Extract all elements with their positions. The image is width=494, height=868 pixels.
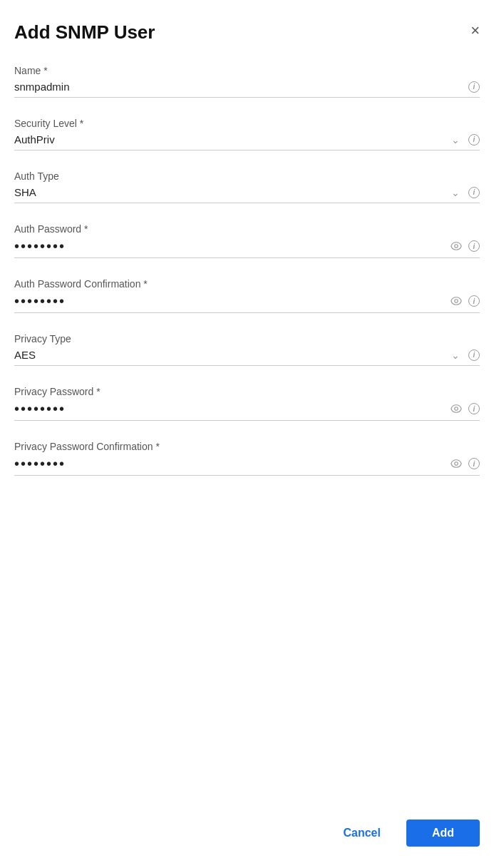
- name-input[interactable]: [14, 81, 463, 93]
- privacy-type-info-icon[interactable]: i: [468, 349, 480, 361]
- auth-type-chevron-icon: ⌄: [451, 187, 460, 198]
- eye-icon: [450, 295, 463, 307]
- security-level-info-icon[interactable]: i: [468, 134, 480, 145]
- cancel-button[interactable]: Cancel: [329, 820, 394, 847]
- security-level-icons: ⌄ i: [451, 134, 480, 145]
- form-body: Name * i Security Level * AuthPriv ⌄ i A…: [14, 65, 480, 784]
- privacy-password-confirm-icons: i: [450, 457, 480, 470]
- privacy-type-chevron-icon: ⌄: [451, 349, 460, 361]
- privacy-password-confirm-info-icon[interactable]: i: [468, 458, 480, 469]
- security-level-select-wrapper[interactable]: AuthPriv ⌄ i: [14, 133, 480, 150]
- auth-password-confirm-eye-button[interactable]: [450, 295, 463, 307]
- dialog-header: Add SNMP User ×: [14, 21, 480, 44]
- privacy-type-label: Privacy Type: [14, 333, 480, 344]
- svg-point-0: [455, 245, 458, 248]
- auth-password-input-wrapper: •••••••• i: [14, 239, 480, 258]
- privacy-password-info-icon[interactable]: i: [468, 403, 480, 414]
- eye-icon: [450, 457, 463, 470]
- security-level-value: AuthPriv: [14, 133, 446, 145]
- auth-type-value: SHA: [14, 186, 446, 198]
- auth-type-select-wrapper[interactable]: SHA ⌄ i: [14, 186, 480, 203]
- auth-password-confirm-input-wrapper: •••••••• i: [14, 294, 480, 313]
- auth-password-eye-button[interactable]: [450, 240, 463, 252]
- privacy-password-confirm-label: Privacy Password Confirmation *: [14, 441, 480, 452]
- privacy-type-icons: ⌄ i: [451, 349, 480, 361]
- privacy-type-select-wrapper[interactable]: AES ⌄ i: [14, 349, 480, 366]
- auth-password-icons: i: [450, 240, 480, 252]
- name-info-icon[interactable]: i: [468, 81, 480, 93]
- auth-type-info-icon[interactable]: i: [468, 187, 480, 198]
- name-field-group: Name * i: [14, 65, 480, 98]
- add-button[interactable]: Add: [406, 820, 480, 847]
- name-label: Name *: [14, 65, 480, 76]
- eye-icon: [450, 240, 463, 252]
- privacy-password-confirm-field-group: Privacy Password Confirmation * ••••••••…: [14, 441, 480, 476]
- auth-password-confirm-field-group: Auth Password Confirmation * •••••••• i: [14, 278, 480, 313]
- auth-password-dots: ••••••••: [14, 239, 444, 253]
- security-level-chevron-icon: ⌄: [451, 134, 460, 145]
- auth-password-info-icon[interactable]: i: [468, 240, 480, 252]
- privacy-password-input-wrapper: •••••••• i: [14, 402, 480, 421]
- privacy-password-label: Privacy Password *: [14, 386, 480, 397]
- privacy-password-confirm-dots: ••••••••: [14, 456, 444, 471]
- auth-password-confirm-label: Auth Password Confirmation *: [14, 278, 480, 290]
- auth-password-confirm-dots: ••••••••: [14, 294, 444, 308]
- name-input-wrapper: i: [14, 81, 480, 98]
- privacy-password-dots: ••••••••: [14, 402, 444, 416]
- add-snmp-user-dialog: Add SNMP User × Name * i Security Level …: [0, 0, 494, 868]
- dialog-title: Add SNMP User: [14, 21, 155, 44]
- svg-point-1: [455, 300, 458, 303]
- privacy-type-value: AES: [14, 349, 446, 361]
- privacy-password-confirm-eye-button[interactable]: [450, 457, 463, 470]
- auth-password-label: Auth Password *: [14, 223, 480, 235]
- eye-icon: [450, 402, 463, 415]
- security-level-label: Security Level *: [14, 118, 480, 129]
- privacy-password-eye-button[interactable]: [450, 402, 463, 415]
- name-field-icons: i: [468, 81, 480, 93]
- privacy-password-icons: i: [450, 402, 480, 415]
- auth-type-icons: ⌄ i: [451, 187, 480, 198]
- privacy-password-confirm-input-wrapper: •••••••• i: [14, 456, 480, 476]
- dialog-footer: Cancel Add: [14, 805, 480, 847]
- auth-password-field-group: Auth Password * •••••••• i: [14, 223, 480, 258]
- auth-password-confirm-icons: i: [450, 295, 480, 307]
- auth-type-label: Auth Type: [14, 170, 480, 182]
- close-button[interactable]: ×: [470, 23, 480, 39]
- privacy-type-field-group: Privacy Type AES ⌄ i: [14, 333, 480, 366]
- security-level-field-group: Security Level * AuthPriv ⌄ i: [14, 118, 480, 150]
- auth-type-field-group: Auth Type SHA ⌄ i: [14, 170, 480, 203]
- svg-point-2: [455, 407, 458, 411]
- privacy-password-field-group: Privacy Password * •••••••• i: [14, 386, 480, 421]
- auth-password-confirm-info-icon[interactable]: i: [468, 295, 480, 307]
- svg-point-3: [455, 462, 458, 466]
